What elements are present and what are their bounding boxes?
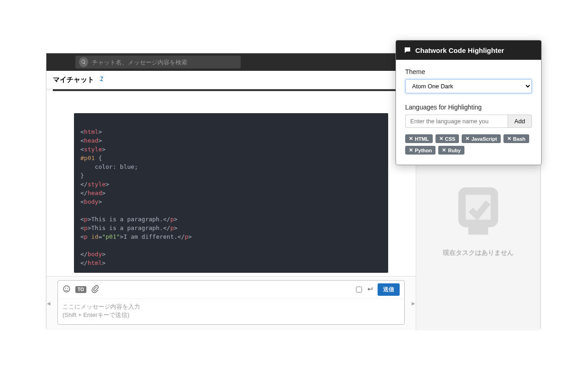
task-empty-icon	[448, 180, 508, 240]
close-icon: ✕	[409, 147, 413, 153]
extension-popup: Chatwork Code Highlighter Theme Atom One…	[396, 40, 542, 165]
lang-label: Languages for Highlighting	[405, 104, 532, 111]
lang-tag[interactable]: ✕ CSS	[435, 134, 459, 143]
empty-label: 現在タスクはありません	[443, 249, 514, 257]
lang-tag[interactable]: ✕ Bash	[503, 134, 529, 143]
lang-tag[interactable]: ✕ Ruby	[438, 146, 464, 155]
attach-icon[interactable]	[91, 285, 99, 295]
lang-tag[interactable]: ✕ JavaScript	[462, 134, 501, 143]
svg-point-0	[63, 286, 70, 292]
close-icon: ✕	[409, 136, 413, 142]
send-button[interactable]: 送信	[378, 283, 400, 296]
add-button[interactable]: Add	[508, 115, 532, 128]
close-icon: ✕	[465, 136, 469, 142]
svg-point-1	[65, 288, 66, 288]
emoji-icon[interactable]	[62, 285, 71, 295]
ext-header: Chatwork Code Highlighter	[396, 40, 541, 60]
to-button[interactable]: TO	[75, 286, 86, 293]
close-icon: ✕	[439, 136, 443, 142]
search-box[interactable]	[75, 56, 241, 69]
composer-toolbar: TO 送信	[58, 281, 404, 299]
enter-icon	[367, 286, 373, 294]
theme-label: Theme	[405, 68, 532, 75]
messages[interactable]: <html> <head> <style> #p01 { color: blue…	[46, 91, 416, 276]
composer: TO 送信 ここにメッセージ内容を入力 (Shift + Enterキーで送信)	[51, 276, 411, 330]
enter-send-checkbox[interactable]	[356, 287, 362, 293]
message-input[interactable]: ここにメッセージ内容を入力 (Shift + Enterキーで送信)	[58, 299, 404, 324]
center-pane: <html> <head> <style> #p01 { color: blue…	[46, 91, 416, 330]
language-tags: ✕ HTML✕ CSS✕ JavaScript✕ Bash✕ Python✕ R…	[405, 134, 532, 155]
close-icon: ✕	[507, 136, 511, 142]
chat-icon	[403, 46, 412, 54]
code-block: <html> <head> <style> #p01 { color: blue…	[74, 113, 388, 273]
language-input[interactable]	[405, 115, 508, 128]
chat-title: マイチャット	[53, 75, 94, 84]
search-icon	[79, 57, 88, 67]
expand-left-icon[interactable]: ◀	[46, 276, 51, 330]
lang-tag[interactable]: ✕ Python	[405, 146, 435, 155]
close-icon: ✕	[442, 147, 446, 153]
pin-icon[interactable]	[94, 75, 105, 85]
lang-tag[interactable]: ✕ HTML	[405, 134, 433, 143]
search-input[interactable]	[92, 59, 237, 66]
expand-right-icon[interactable]: ▶	[411, 276, 416, 330]
svg-point-2	[67, 288, 68, 288]
ext-title: Chatwork Code Highlighter	[415, 46, 504, 54]
theme-select[interactable]: Atom One Dark	[405, 79, 532, 93]
